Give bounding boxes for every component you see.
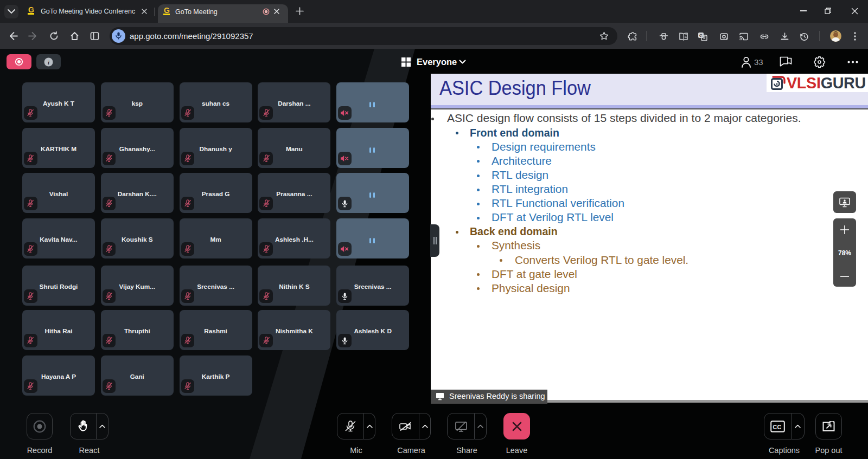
- svg-text:CC: CC: [773, 423, 782, 430]
